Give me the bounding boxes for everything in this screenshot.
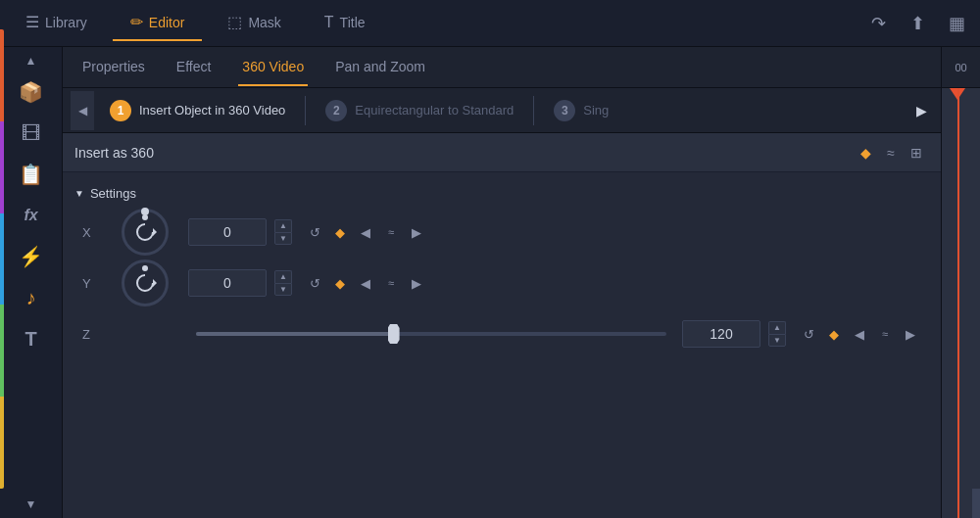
workflow-step-1: 1 Insert Object in 360 Video bbox=[94, 92, 301, 129]
knob-x[interactable] bbox=[122, 209, 169, 256]
next-keyframe-y-button[interactable]: ▶ bbox=[406, 272, 427, 294]
sidebar-item-effects[interactable]: fx bbox=[9, 196, 54, 235]
knob-y-arrows-svg bbox=[131, 269, 159, 297]
nav-tab-title[interactable]: T Title bbox=[307, 6, 383, 41]
sub-tab-360video[interactable]: 360 Video bbox=[238, 49, 308, 86]
nav-tab-library[interactable]: ☰ Library bbox=[8, 5, 105, 41]
value-x[interactable]: 0 bbox=[188, 218, 267, 246]
redo-button[interactable]: ↷ bbox=[862, 8, 894, 39]
sub-tab-360video-label: 360 Video bbox=[242, 59, 304, 74]
timeline-resize-handle[interactable] bbox=[972, 489, 980, 518]
svg-marker-1 bbox=[153, 279, 157, 287]
spin-x-up[interactable]: ▲ bbox=[274, 219, 292, 232]
timeline-strip: 00 bbox=[941, 47, 980, 518]
sub-tab-panzoom-label: Pan and Zoom bbox=[335, 59, 425, 74]
group-collapse-arrow: ▼ bbox=[74, 188, 84, 199]
library-box-icon: 📦 bbox=[19, 80, 43, 104]
music-icon: ♪ bbox=[26, 287, 36, 309]
spin-x: ▲ ▼ bbox=[274, 219, 292, 245]
mask-icon: ⬚ bbox=[227, 13, 242, 31]
prev-keyframe-z-button[interactable]: ◀ bbox=[849, 323, 870, 345]
reset-x-button[interactable]: ↺ bbox=[304, 221, 325, 243]
timeline-playhead bbox=[957, 88, 959, 518]
settings-group: ▼ Settings X bbox=[63, 172, 941, 367]
main-layout: ▲ 📦 🎞 📋 fx ⚡ ♪ T ▼ Properties bbox=[0, 47, 980, 518]
motion-z-button[interactable]: ≈ bbox=[874, 323, 896, 345]
workflow-step-3: 3 Sing bbox=[538, 92, 624, 129]
export-button[interactable]: ⬆ bbox=[902, 8, 933, 39]
spin-y-down[interactable]: ▼ bbox=[274, 283, 292, 296]
next-keyframe-z-button[interactable]: ▶ bbox=[900, 323, 921, 345]
sub-tab-effect[interactable]: Effect bbox=[172, 49, 216, 86]
param-controls-z: ↺ ◆ ◀ ≈ ▶ bbox=[798, 323, 921, 345]
sidebar-scroll-up[interactable]: ▲ bbox=[14, 51, 49, 71]
knob-y[interactable] bbox=[122, 259, 169, 306]
settings-group-header[interactable]: ▼ Settings bbox=[74, 180, 929, 207]
value-z[interactable]: 120 bbox=[682, 320, 760, 348]
nav-tab-editor[interactable]: ✏ Editor bbox=[113, 5, 203, 41]
spin-y-up[interactable]: ▲ bbox=[274, 270, 292, 283]
spin-z-down[interactable]: ▼ bbox=[768, 334, 786, 347]
keyframe-z-button[interactable]: ◆ bbox=[823, 323, 845, 345]
workflow-divider-2 bbox=[533, 96, 534, 125]
library-icon: ☰ bbox=[25, 13, 39, 31]
param-controls-x: ↺ ◆ ◀ ≈ ▶ bbox=[304, 221, 427, 243]
spin-y: ▲ ▼ bbox=[274, 270, 292, 296]
motion-x-button[interactable]: ≈ bbox=[380, 221, 402, 243]
accent-bar bbox=[0, 29, 4, 489]
workflow-step-2: 2 Equirectangular to Standard bbox=[310, 92, 529, 129]
sub-tab-panzoom[interactable]: Pan and Zoom bbox=[331, 49, 429, 86]
motion-y-button[interactable]: ≈ bbox=[380, 272, 402, 294]
nav-tab-mask[interactable]: ⬚ Mask bbox=[210, 5, 298, 41]
sidebar-item-files[interactable]: 📋 bbox=[9, 155, 54, 194]
sub-tab-effect-label: Effect bbox=[176, 59, 212, 74]
section-title: Insert as 360 bbox=[74, 145, 853, 161]
files-icon: 📋 bbox=[19, 163, 43, 186]
workflow-divider-1 bbox=[305, 96, 306, 125]
param-row-z: Z 120 ▲ ▼ ↺ ◆ ◀ bbox=[74, 308, 929, 359]
prev-keyframe-x-button[interactable]: ◀ bbox=[355, 221, 376, 243]
keyframe-button[interactable]: ◆ bbox=[853, 140, 878, 165]
sidebar-item-media[interactable]: 🎞 bbox=[9, 114, 54, 153]
next-keyframe-x-button[interactable]: ▶ bbox=[406, 221, 427, 243]
sidebar-scroll-down[interactable]: ▼ bbox=[14, 494, 49, 514]
slider-z-thumb[interactable] bbox=[388, 324, 400, 344]
knob-x-container bbox=[118, 205, 172, 259]
reset-z-button[interactable]: ↺ bbox=[798, 323, 819, 345]
step-label-2: Equirectangular to Standard bbox=[355, 103, 514, 118]
slider-z[interactable] bbox=[196, 332, 666, 336]
sidebar-item-music[interactable]: ♪ bbox=[9, 278, 54, 317]
spin-x-down[interactable]: ▼ bbox=[274, 232, 292, 245]
reset-y-button[interactable]: ↺ bbox=[304, 272, 325, 294]
workflow-play-button[interactable]: ▶ bbox=[909, 99, 933, 122]
keyframe-y-button[interactable]: ◆ bbox=[329, 272, 351, 294]
spin-z: ▲ ▼ bbox=[768, 321, 786, 347]
workflow-prev-button[interactable]: ◀ bbox=[71, 91, 94, 130]
param-row-y: Y 0 ▲ ▼ ↺ bbox=[74, 258, 929, 308]
value-y[interactable]: 0 bbox=[188, 269, 267, 297]
sidebar-item-transitions[interactable]: ⚡ bbox=[9, 237, 54, 276]
image-button[interactable]: ⊞ bbox=[904, 140, 929, 165]
sidebar-item-text[interactable]: T bbox=[9, 319, 54, 358]
param-row-x: X 0 ▲ ▼ bbox=[74, 207, 929, 258]
left-sidebar: ▲ 📦 🎞 📋 fx ⚡ ♪ T ▼ bbox=[0, 47, 63, 518]
prev-keyframe-y-button[interactable]: ◀ bbox=[355, 272, 376, 294]
sub-tab-properties[interactable]: Properties bbox=[78, 49, 149, 86]
timeline-header: 00 bbox=[942, 47, 980, 88]
sidebar-item-library[interactable]: 📦 bbox=[9, 72, 54, 112]
layout-button[interactable]: ▦ bbox=[941, 8, 972, 39]
spin-z-up[interactable]: ▲ bbox=[768, 321, 786, 334]
param-controls-y: ↺ ◆ ◀ ≈ ▶ bbox=[304, 272, 427, 294]
keyframe-x-button[interactable]: ◆ bbox=[329, 221, 351, 243]
nav-tab-title-label: Title bbox=[340, 15, 366, 30]
effects-icon: fx bbox=[24, 207, 37, 224]
knob-x-arrows-svg bbox=[131, 218, 159, 246]
svg-marker-0 bbox=[153, 228, 157, 236]
param-label-x: X bbox=[82, 225, 102, 240]
motion-button[interactable]: ≈ bbox=[878, 140, 904, 165]
top-nav: ☰ Library ✏ Editor ⬚ Mask T Title ↷ ⬆ ▦ bbox=[0, 0, 980, 47]
timeline-time: 00 bbox=[955, 62, 966, 73]
knob-y-container bbox=[118, 256, 172, 310]
lightning-icon: ⚡ bbox=[19, 245, 43, 268]
panel-area: Insert as 360 ◆ ≈ ⊞ ▼ Settings X bbox=[63, 133, 941, 518]
